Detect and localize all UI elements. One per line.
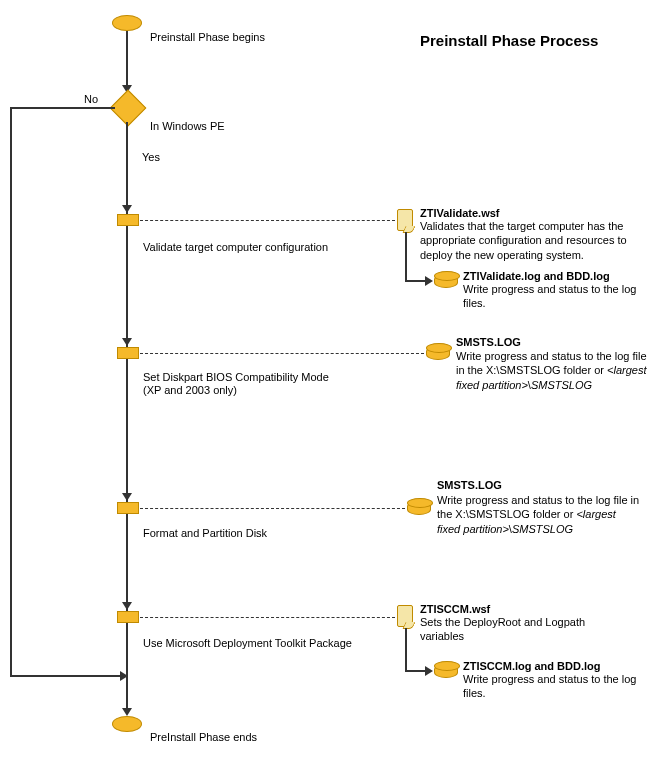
decision-label: In Windows PE xyxy=(150,119,225,133)
flow-line xyxy=(405,232,407,280)
arrow-icon xyxy=(122,602,132,610)
database-icon xyxy=(426,346,450,360)
decision-no: No xyxy=(84,92,98,106)
process-mdt xyxy=(117,611,139,623)
arrow-icon xyxy=(122,493,132,501)
process-diskpart-sub: (XP and 2003 only) xyxy=(143,383,237,397)
log-text: Write progress and status to the log fil… xyxy=(463,282,648,311)
arrow-icon xyxy=(122,708,132,716)
script-icon xyxy=(397,209,413,231)
log-text: Write progress and status to the log fil… xyxy=(463,672,648,701)
connector-dashed xyxy=(140,353,424,354)
start-label: Preinstall Phase begins xyxy=(150,30,265,44)
decision-diamond xyxy=(110,90,147,127)
end-label: PreInstall Phase ends xyxy=(150,730,257,744)
arrow-icon xyxy=(122,338,132,346)
script-icon xyxy=(397,605,413,627)
process-diskpart xyxy=(117,347,139,359)
database-icon xyxy=(407,501,431,515)
process-mdt-label: Use Microsoft Deployment Toolkit Package xyxy=(143,636,352,650)
process-format-label: Format and Partition Disk xyxy=(143,526,267,540)
log-title: SMSTS.LOG xyxy=(456,335,521,349)
connector-dashed xyxy=(140,220,395,221)
log-title: SMSTS.LOG xyxy=(437,478,502,492)
end-terminator xyxy=(112,716,142,732)
process-validate-label: Validate target computer configuration xyxy=(143,240,328,254)
process-format xyxy=(117,502,139,514)
arrow-icon xyxy=(425,666,433,676)
diagram-title: Preinstall Phase Process xyxy=(420,32,598,49)
arrow-icon xyxy=(425,276,433,286)
database-icon xyxy=(434,664,458,678)
flow-line xyxy=(10,107,115,109)
flow-line xyxy=(405,628,407,670)
process-validate xyxy=(117,214,139,226)
script-text: Validates that the target computer has t… xyxy=(420,219,640,262)
start-terminator xyxy=(112,15,142,31)
flow-line xyxy=(405,670,427,672)
flow-line xyxy=(405,280,427,282)
arrow-icon xyxy=(122,205,132,213)
log-text: Write progress and status to the log fil… xyxy=(456,349,648,392)
flow-line xyxy=(10,107,12,675)
connector-dashed xyxy=(140,617,395,618)
log-text: Write progress and status to the log fil… xyxy=(437,493,642,536)
decision-yes: Yes xyxy=(142,150,160,164)
flow-line xyxy=(10,675,122,677)
connector-dashed xyxy=(140,508,405,509)
flow-line xyxy=(126,31,128,87)
database-icon xyxy=(434,274,458,288)
script-text: Sets the DeployRoot and Logpath variable… xyxy=(420,615,620,644)
